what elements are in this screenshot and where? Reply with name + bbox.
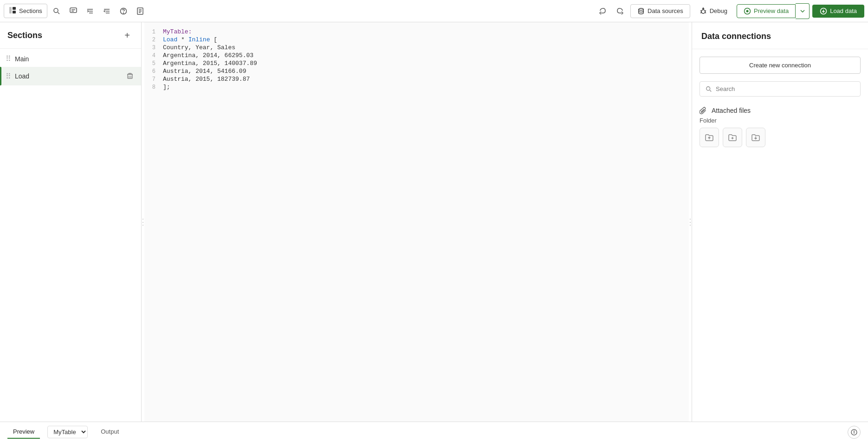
delete-load-button[interactable] (124, 71, 136, 82)
svg-line-4 (58, 12, 59, 14)
line-content-8: ]; (163, 84, 170, 91)
svg-point-28 (746, 10, 749, 12)
svg-point-15 (123, 13, 123, 13)
line-content-2: Inline (188, 36, 210, 43)
folder-label: Folder (700, 117, 861, 124)
redo-icon (616, 7, 624, 15)
code-editor[interactable]: 1MyTable:2Load * Inline [3Country, Year,… (144, 22, 689, 422)
folder-icon-btn-2[interactable] (723, 128, 742, 147)
data-sources-button[interactable]: Data sources (630, 4, 690, 18)
data-sources-icon (637, 7, 645, 15)
comment-button[interactable] (66, 4, 81, 19)
sidebar-item-main[interactable]: ⠿ Main (0, 51, 141, 67)
svg-line-24 (705, 11, 706, 11)
line-content-5: Argentina, 2015, 140037.89 (163, 60, 257, 67)
help-icon (120, 7, 127, 15)
line-content-2: [ (210, 36, 217, 43)
help-button[interactable] (116, 4, 131, 19)
create-connection-button[interactable]: Create new connection (700, 57, 861, 74)
table-select[interactable]: MyTable (47, 426, 88, 438)
search-panel-icon (706, 86, 712, 92)
code-line-2: 2Load * Inline [ (144, 36, 689, 44)
load-data-button[interactable]: Load data (812, 5, 864, 18)
sidebar-title: Sections (7, 31, 42, 40)
svg-line-25 (700, 13, 701, 13)
add-section-button[interactable]: + (121, 29, 134, 42)
redo-button[interactable] (613, 4, 628, 19)
load-data-label: Load data (830, 7, 857, 14)
line-number-3: 3 (144, 45, 163, 51)
folder-upload-icon (705, 133, 714, 142)
right-panel: Data connections Create new connection A… (692, 22, 868, 422)
code-line-6: 6Austria, 2014, 54166.09 (144, 67, 689, 75)
info-button[interactable] (848, 426, 861, 439)
delete-icon (127, 73, 133, 79)
create-connection-label: Create new connection (749, 62, 811, 69)
search-toolbar-button[interactable] (49, 4, 64, 19)
indent-button[interactable] (83, 4, 97, 19)
toolbar-right: Data sources Debug Preview data Load dat… (595, 3, 864, 19)
sections-toggle-label: Sections (19, 7, 42, 14)
line-content-2: Load (163, 36, 177, 43)
line-number-2: 2 (144, 37, 163, 43)
svg-point-21 (701, 10, 705, 13)
line-number-4: 4 (144, 52, 163, 59)
folder-icon-btn-3[interactable] (746, 128, 765, 147)
sidebar-header: Sections + (0, 22, 141, 49)
undo-button[interactable] (595, 4, 610, 19)
code-line-1: 1MyTable: (144, 28, 689, 36)
right-resize-handle[interactable] (689, 22, 692, 422)
code-line-3: 3Country, Year, Sales (144, 44, 689, 52)
left-resize-handle[interactable] (142, 22, 144, 422)
line-number-8: 8 (144, 84, 163, 91)
preview-data-button[interactable]: Preview data (737, 4, 796, 18)
sidebar-item-load[interactable]: ⠿ Load (0, 67, 141, 85)
code-line-4: 4Argentina, 2014, 66295.03 (144, 52, 689, 59)
paperclip-icon (700, 107, 707, 114)
drag-handle-main: ⠿ (6, 54, 11, 63)
undo-icon (599, 7, 606, 15)
info-icon (851, 429, 857, 436)
attached-files-label: Attached files (712, 107, 751, 114)
outdent-button[interactable] (99, 4, 114, 19)
debug-icon (700, 7, 707, 15)
preview-data-icon (744, 7, 751, 15)
line-number-1: 1 (144, 29, 163, 35)
svg-point-32 (706, 86, 710, 90)
load-data-icon (820, 7, 827, 15)
code-line-5: 5Argentina, 2015, 140037.89 (144, 59, 689, 67)
data-sources-label: Data sources (648, 7, 683, 14)
debug-button[interactable]: Debug (693, 5, 734, 18)
folder-icons-group (700, 128, 861, 147)
data-connections-title: Data connections (692, 22, 868, 49)
line-content-1: MyTable: (163, 28, 192, 35)
right-panel-body: Create new connection Attached files Fol… (692, 49, 868, 155)
sections-toggle-button[interactable]: Sections (4, 4, 47, 18)
comment-icon (70, 7, 77, 15)
notes-button[interactable] (133, 4, 148, 19)
line-content-6: Austria, 2014, 54166.09 (163, 68, 246, 75)
bottom-tab-output[interactable]: Output (95, 425, 124, 439)
debug-label: Debug (710, 7, 727, 14)
svg-point-3 (54, 8, 58, 13)
search-input[interactable] (716, 85, 855, 92)
sections-toggle-icon (9, 6, 16, 15)
indent-icon (86, 7, 94, 15)
preview-tab-label: Preview (13, 428, 34, 435)
line-number-6: 6 (144, 68, 163, 75)
svg-point-20 (639, 8, 643, 10)
svg-line-23 (700, 11, 701, 11)
folder-download-icon (751, 133, 760, 142)
preview-data-dropdown-button[interactable] (796, 3, 810, 19)
folder-icon-btn-1[interactable] (700, 128, 719, 147)
line-content-4: Argentina, 2014, 66295.03 (163, 52, 253, 59)
line-number-7: 7 (144, 76, 163, 83)
preview-data-group: Preview data (737, 3, 810, 19)
code-line-7: 7Austria, 2015, 182739.87 (144, 75, 689, 83)
line-number-5: 5 (144, 60, 163, 67)
svg-rect-0 (9, 7, 12, 13)
main-content: Sections + ⠿ Main ⠿ Load (0, 22, 868, 422)
search-container[interactable] (700, 81, 861, 97)
bottom-tab-preview[interactable]: Preview (7, 425, 40, 439)
search-icon (53, 7, 60, 15)
